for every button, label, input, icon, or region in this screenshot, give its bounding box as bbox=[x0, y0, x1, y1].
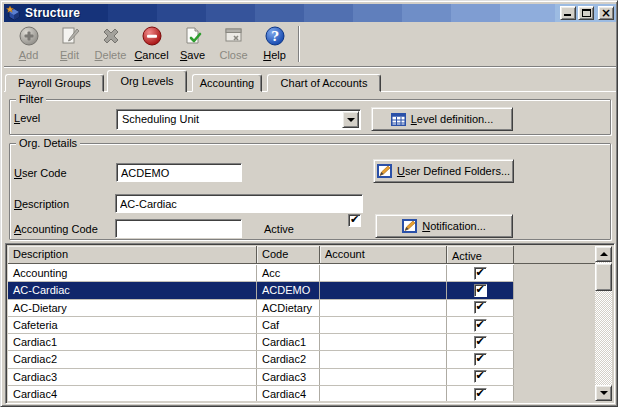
table-grid-icon bbox=[391, 113, 406, 126]
edit-icon bbox=[58, 24, 82, 48]
close-window-icon bbox=[222, 24, 246, 48]
save-icon bbox=[181, 24, 205, 48]
delete-label: Delete bbox=[95, 49, 127, 61]
table-rows: Accounting Acc AC-Cardiac ACDEMO AC-Diet… bbox=[8, 265, 514, 401]
close-window-button[interactable]: Close bbox=[213, 24, 254, 64]
table-row[interactable]: Cardiac1 Cardiac1 bbox=[8, 334, 514, 351]
window-title: Structure bbox=[25, 6, 80, 20]
active-checkbox[interactable] bbox=[348, 214, 361, 227]
add-label: Add bbox=[19, 49, 39, 61]
tab-payroll-groups[interactable]: Payroll Groups bbox=[5, 74, 104, 92]
table-row[interactable]: Cardiac2 Cardiac2 bbox=[8, 351, 514, 368]
org-levels-table: Description Code Account Active Accounti… bbox=[5, 243, 615, 404]
table-row[interactable]: Cafeteria Caf bbox=[8, 317, 514, 334]
column-header-account[interactable]: Account bbox=[320, 246, 447, 263]
chevron-down-icon bbox=[347, 118, 355, 122]
row-active-checkbox[interactable] bbox=[474, 336, 487, 349]
save-button[interactable]: Save bbox=[172, 24, 213, 64]
level-definition-label: Level definition... bbox=[411, 113, 494, 125]
close-window-label: Close bbox=[219, 49, 247, 61]
level-dropdown-button[interactable] bbox=[342, 111, 359, 128]
scroll-down-button[interactable] bbox=[595, 385, 612, 401]
delete-icon bbox=[99, 24, 123, 48]
level-label: Level bbox=[14, 112, 40, 124]
close-button[interactable]: × bbox=[598, 6, 614, 20]
cancel-icon bbox=[140, 24, 164, 48]
edit-label: Edit bbox=[60, 49, 79, 61]
table-row-selected[interactable]: AC-Cardiac ACDEMO bbox=[8, 282, 514, 299]
edit-note-icon bbox=[377, 164, 392, 178]
tab-accounting[interactable]: Accounting bbox=[192, 74, 262, 92]
vertical-scrollbar[interactable] bbox=[595, 246, 612, 401]
toolbar: Add Edit Delete bbox=[4, 22, 616, 67]
row-active-checkbox[interactable] bbox=[474, 353, 487, 366]
org-details-group: Org. Details bbox=[9, 143, 611, 240]
table-row[interactable]: AC-Dietary ACDietary bbox=[8, 300, 514, 317]
row-active-checkbox[interactable] bbox=[474, 370, 487, 383]
add-button[interactable]: Add bbox=[8, 24, 49, 64]
user-code-label: User Code bbox=[14, 167, 67, 179]
description-field[interactable] bbox=[115, 194, 363, 213]
description-label: Description bbox=[14, 198, 69, 210]
level-selected-value: Scheduling Unit bbox=[122, 113, 199, 125]
accounting-code-label: Accounting Code bbox=[14, 223, 98, 235]
active-label: Active bbox=[264, 223, 294, 235]
svg-text:?: ? bbox=[271, 29, 279, 44]
row-active-checkbox[interactable] bbox=[474, 301, 487, 314]
toolbar-separator bbox=[298, 26, 300, 62]
scroll-up-icon bbox=[600, 252, 608, 256]
user-defined-folders-label: User Defined Folders... bbox=[397, 165, 510, 177]
scroll-up-button[interactable] bbox=[595, 246, 612, 262]
structure-window: Structure × Add bbox=[0, 0, 618, 407]
accounting-code-field[interactable] bbox=[115, 219, 242, 238]
level-select[interactable]: Scheduling Unit bbox=[116, 109, 361, 130]
maximize-icon bbox=[582, 9, 591, 17]
cancel-button[interactable]: Cancel bbox=[131, 24, 172, 64]
scrollbar-thumb[interactable] bbox=[595, 263, 612, 291]
app-icon bbox=[6, 5, 22, 21]
filter-legend: Filter bbox=[16, 93, 46, 105]
maximize-button[interactable] bbox=[578, 6, 594, 20]
row-active-checkbox[interactable] bbox=[474, 284, 487, 297]
minimize-icon bbox=[564, 14, 571, 16]
column-header-description[interactable]: Description bbox=[8, 246, 257, 263]
help-button[interactable]: ? Help bbox=[254, 24, 295, 64]
help-icon: ? bbox=[263, 24, 287, 48]
org-levels-panel: Filter Level Scheduling Unit Level defin… bbox=[4, 91, 616, 405]
add-icon bbox=[17, 24, 41, 48]
org-details-legend: Org. Details bbox=[16, 137, 80, 149]
level-definition-button[interactable]: Level definition... bbox=[371, 107, 513, 131]
notification-label: Notification... bbox=[422, 220, 486, 232]
save-label: Save bbox=[180, 49, 205, 61]
notification-button[interactable]: Notification... bbox=[375, 214, 513, 238]
row-active-checkbox[interactable] bbox=[474, 267, 487, 280]
tab-chart-of-accounts[interactable]: Chart of Accounts bbox=[267, 74, 381, 92]
minimize-button[interactable] bbox=[560, 6, 576, 20]
tab-strip: Payroll Groups Org Levels Accounting Cha… bbox=[5, 70, 381, 92]
scroll-down-icon bbox=[600, 391, 608, 395]
user-code-field[interactable] bbox=[116, 163, 242, 182]
delete-button[interactable]: Delete bbox=[90, 24, 131, 64]
close-icon: × bbox=[599, 6, 613, 20]
cancel-label: Cancel bbox=[134, 49, 168, 61]
table-row[interactable]: Cardiac3 Cardiac3 bbox=[8, 369, 514, 386]
table-row[interactable]: Accounting Acc bbox=[8, 265, 514, 282]
user-defined-folders-button[interactable]: User Defined Folders... bbox=[373, 159, 514, 183]
titlebar[interactable]: Structure × bbox=[4, 4, 616, 22]
help-label: Help bbox=[263, 49, 286, 61]
table-row[interactable]: Cardiac4 Cardiac4 bbox=[8, 386, 514, 401]
edit-note-icon bbox=[402, 219, 417, 233]
row-active-checkbox[interactable] bbox=[474, 388, 487, 401]
column-header-code[interactable]: Code bbox=[257, 246, 320, 263]
row-active-checkbox[interactable] bbox=[474, 319, 487, 332]
table-header: Description Code Account Active bbox=[8, 246, 595, 264]
tab-org-levels[interactable]: Org Levels bbox=[107, 70, 187, 92]
edit-button[interactable]: Edit bbox=[49, 24, 90, 64]
column-header-active[interactable]: Active bbox=[447, 246, 514, 263]
